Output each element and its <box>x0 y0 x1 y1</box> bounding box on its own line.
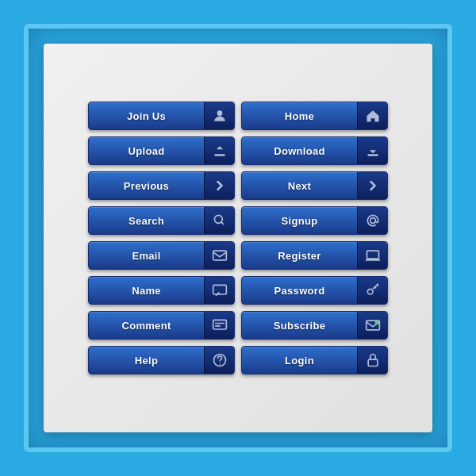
button-label: Name <box>89 277 204 304</box>
button-icon <box>204 347 234 374</box>
help-button[interactable]: Help <box>88 346 235 374</box>
svg-point-11 <box>374 321 378 324</box>
svg-point-13 <box>219 363 221 365</box>
password-button[interactable]: Password <box>241 276 388 305</box>
upload-button[interactable]: Upload <box>88 136 235 165</box>
button-label: Download <box>242 137 357 164</box>
button-icon <box>357 347 387 374</box>
button-icon <box>204 242 234 269</box>
signup-button[interactable]: Signup <box>241 206 388 235</box>
previous-button[interactable]: Previous <box>88 171 235 200</box>
search-button[interactable]: Search <box>88 206 235 235</box>
name-button[interactable]: Name <box>88 276 235 305</box>
svg-rect-14 <box>368 359 378 366</box>
next-button[interactable]: Next <box>241 171 388 200</box>
register-button[interactable]: Register <box>241 241 388 270</box>
button-icon <box>204 137 234 164</box>
button-label: Subscribe <box>242 312 357 339</box>
outer-border: Join Us Home Upload Download Previous Ne… <box>24 24 452 452</box>
home-button[interactable]: Home <box>241 102 388 130</box>
button-label: Register <box>242 242 357 269</box>
button-label: Upload <box>89 137 204 164</box>
button-label: Home <box>242 102 357 129</box>
button-label: Signup <box>242 207 357 234</box>
subscribe-button[interactable]: Subscribe <box>241 311 388 340</box>
svg-rect-1 <box>214 154 225 156</box>
button-label: Comment <box>89 312 204 339</box>
button-icon <box>357 172 387 199</box>
svg-rect-9 <box>213 320 226 329</box>
button-icon <box>357 242 387 269</box>
button-label: Search <box>89 207 204 234</box>
svg-rect-2 <box>367 154 378 156</box>
download-button[interactable]: Download <box>241 136 388 165</box>
button-label: Previous <box>89 172 204 199</box>
svg-point-8 <box>367 289 373 294</box>
svg-point-0 <box>217 110 222 116</box>
button-label: Join Us <box>89 102 204 129</box>
button-icon <box>204 277 234 304</box>
login-button[interactable]: Login <box>241 346 388 374</box>
button-icon <box>204 102 234 129</box>
button-icon <box>357 207 387 234</box>
button-icon <box>357 102 387 129</box>
button-label: Next <box>242 172 357 199</box>
button-icon <box>204 207 234 234</box>
button-icon <box>357 137 387 164</box>
svg-rect-6 <box>367 251 378 259</box>
button-icon <box>204 172 234 199</box>
comment-button[interactable]: Comment <box>88 311 235 340</box>
button-label: Email <box>89 242 204 269</box>
button-label: Help <box>89 347 204 374</box>
email-button[interactable]: Email <box>88 241 235 270</box>
button-grid: Join Us Home Upload Download Previous Ne… <box>72 86 404 390</box>
button-icon <box>357 312 387 339</box>
button-icon <box>204 312 234 339</box>
join-us-button[interactable]: Join Us <box>88 102 235 130</box>
button-label: Login <box>242 347 357 374</box>
svg-rect-5 <box>213 251 226 260</box>
svg-point-4 <box>370 218 375 224</box>
button-label: Password <box>242 277 357 304</box>
inner-panel: Join Us Home Upload Download Previous Ne… <box>44 44 432 432</box>
button-icon <box>357 277 387 304</box>
